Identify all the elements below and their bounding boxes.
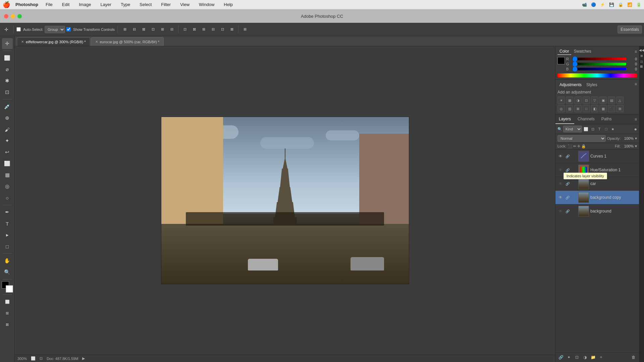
align-right-button[interactable]: ⊠ — [139, 25, 148, 34]
blend-mode-select[interactable]: Normal Multiply Screen Overlay — [557, 135, 606, 142]
hand-tool-icon[interactable]: ✋ — [2, 255, 13, 266]
eyedropper-tool-icon[interactable]: 💉 — [2, 101, 13, 112]
levels-adj-icon[interactable]: ▦ — [566, 97, 573, 104]
quick-select-tool-icon[interactable]: ✱ — [2, 75, 13, 86]
pen-tool-icon[interactable]: ✒ — [2, 207, 13, 218]
threshold-adj-icon[interactable]: ▦ — [599, 105, 607, 112]
menu-file[interactable]: File — [44, 1, 55, 8]
history-brush-icon[interactable]: ↩ — [2, 147, 13, 158]
layer-visibility-huesat1[interactable]: 👁 — [557, 167, 564, 173]
essentials-dropdown[interactable]: Essentials — [618, 25, 642, 34]
delete-layer-icon[interactable]: 🗑 — [630, 354, 637, 361]
dodge-tool-icon[interactable]: ○ — [2, 192, 13, 203]
b-slider[interactable] — [572, 68, 626, 70]
curves-adj-icon[interactable]: ◑ — [574, 97, 582, 104]
gradient-map-adj-icon[interactable]: ⬛ — [608, 105, 615, 112]
adjustments-tab[interactable]: Adjustments — [557, 82, 584, 88]
lock-all-icon[interactable]: 🔒 — [581, 144, 586, 148]
adj-panel-menu[interactable]: ≡ — [635, 82, 637, 88]
layer-link-curves1[interactable]: 🔗 — [565, 154, 570, 159]
filter-type-icon[interactable]: T — [596, 126, 602, 132]
layer-link-huesat1[interactable]: 🔗 — [565, 167, 570, 173]
menu-filter[interactable]: Filter — [159, 1, 173, 8]
layer-car[interactable]: 👁 🔗 car — [555, 177, 639, 191]
layer-visibility-bg[interactable]: 👁 — [557, 208, 564, 214]
menu-image[interactable]: Image — [77, 1, 93, 8]
layer-visibility-car[interactable]: 👁 — [557, 181, 564, 187]
r-slider[interactable] — [572, 58, 626, 60]
filter-shape-icon[interactable]: □ — [603, 126, 609, 132]
panel-collapse-icon[interactable]: ◀◀ — [639, 48, 644, 52]
layers-panel-menu[interactable]: ≡ — [633, 116, 639, 123]
screen-mode-btn[interactable]: ⊡ — [40, 356, 43, 361]
tab-close-eurocar[interactable]: ✕ — [95, 40, 98, 44]
layer-visibility-curves1[interactable]: 👁 — [557, 153, 564, 159]
dist-top-button[interactable]: ⊟ — [209, 25, 217, 34]
new-group-icon[interactable]: 📁 — [590, 354, 596, 361]
gradient-tool-icon[interactable]: ▦ — [2, 170, 13, 180]
lock-transparency-icon[interactable]: ⬛ — [568, 144, 572, 148]
marquee-tool-icon[interactable]: ⬜ — [2, 53, 13, 63]
color-spectrum-bar[interactable] — [557, 73, 637, 77]
brightness-adj-icon[interactable]: ☀ — [557, 97, 565, 104]
lasso-tool-icon[interactable]: ⌀ — [2, 64, 13, 75]
layer-visibility-bgcopy[interactable]: 👁 — [557, 194, 564, 200]
apple-menu[interactable]: 🍎 — [3, 1, 10, 8]
panel-icon-color[interactable]: ⊠ — [640, 53, 643, 59]
menu-edit[interactable]: Edit — [60, 1, 71, 8]
dist-right-button[interactable]: ⊞ — [199, 25, 208, 34]
add-link-icon[interactable]: 🔗 — [557, 354, 564, 361]
exposure-adj-icon[interactable]: ⊡ — [583, 97, 590, 104]
paths-tab[interactable]: Paths — [598, 115, 615, 124]
color-tab[interactable]: Color — [557, 48, 571, 55]
layer-bgcopy[interactable]: 👁 🔗 background copy — [555, 191, 639, 204]
screen-mode-icon[interactable]: ⊞ — [2, 308, 13, 318]
color-swatch-area[interactable] — [2, 281, 13, 293]
layer-kind-select[interactable]: Kind Name Effect — [563, 126, 582, 132]
colorbal-adj-icon[interactable]: ▤ — [608, 97, 615, 104]
posterize-adj-icon[interactable]: ◧ — [591, 105, 598, 112]
stamp-tool-icon[interactable]: ✦ — [2, 135, 13, 146]
menu-layer[interactable]: Layer — [98, 1, 113, 8]
tab-close-eiffel[interactable]: ✕ — [21, 40, 24, 44]
add-style-icon[interactable]: ✦ — [566, 354, 572, 361]
swatches-tab[interactable]: Swatches — [572, 48, 593, 55]
dist-bottom-button[interactable]: ⊠ — [227, 25, 236, 34]
menu-view[interactable]: View — [178, 1, 192, 8]
invert-adj-icon[interactable]: □ — [583, 105, 590, 112]
window-maximize-button[interactable] — [17, 14, 22, 18]
align-middle-v-button[interactable]: ⊞ — [158, 25, 167, 34]
bw-adj-icon[interactable]: △ — [616, 97, 624, 104]
dist-left-button[interactable]: ⊡ — [180, 25, 189, 34]
type-tool-icon[interactable]: T — [2, 218, 13, 229]
background-color-box[interactable] — [6, 285, 13, 293]
lock-pixels-icon[interactable]: ✏ — [573, 144, 576, 148]
path-select-icon[interactable]: ▸ — [2, 230, 13, 240]
more-options-button[interactable]: ⊞ — [240, 25, 249, 34]
fill-chevron[interactable]: ▾ — [635, 144, 637, 148]
auto-select-checkbox[interactable] — [16, 27, 21, 32]
layer-curves1[interactable]: 👁 🔗 Curves 1 — [555, 149, 639, 163]
brush-tool-icon[interactable]: 🖌 — [2, 124, 13, 135]
styles-tab[interactable]: Styles — [584, 82, 599, 88]
window-close-button[interactable] — [4, 14, 8, 18]
dist-middle-button[interactable]: ⊡ — [218, 25, 227, 34]
window-minimize-button[interactable] — [11, 14, 15, 18]
filter-pixel-icon[interactable]: ⬜ — [583, 126, 589, 132]
media-play-btn[interactable]: ▶ — [82, 356, 85, 361]
align-left-button[interactable]: ⊞ — [120, 25, 129, 34]
selective-color-adj-icon[interactable]: ⊞ — [616, 105, 624, 112]
channel-mixer-adj-icon[interactable]: ▥ — [566, 105, 573, 112]
color-lookup-adj-icon[interactable]: ⊠ — [574, 105, 582, 112]
align-top-button[interactable]: ⊡ — [149, 25, 157, 34]
menu-select[interactable]: Select — [138, 1, 154, 8]
lock-position-icon[interactable]: ✛ — [577, 144, 580, 148]
frame-tool-icon[interactable]: ⊠ — [2, 319, 13, 330]
layer-bg[interactable]: 👁 🔗 background — [555, 204, 639, 218]
g-slider[interactable] — [572, 63, 626, 65]
fg-color-box[interactable] — [557, 57, 565, 64]
dist-center-h-button[interactable]: ⊠ — [190, 25, 199, 34]
new-adj-layer-icon[interactable]: ◑ — [582, 354, 588, 361]
move-tool-icon[interactable]: ✛ — [2, 38, 13, 49]
panel-icon-layers[interactable]: ▦ — [640, 65, 643, 68]
